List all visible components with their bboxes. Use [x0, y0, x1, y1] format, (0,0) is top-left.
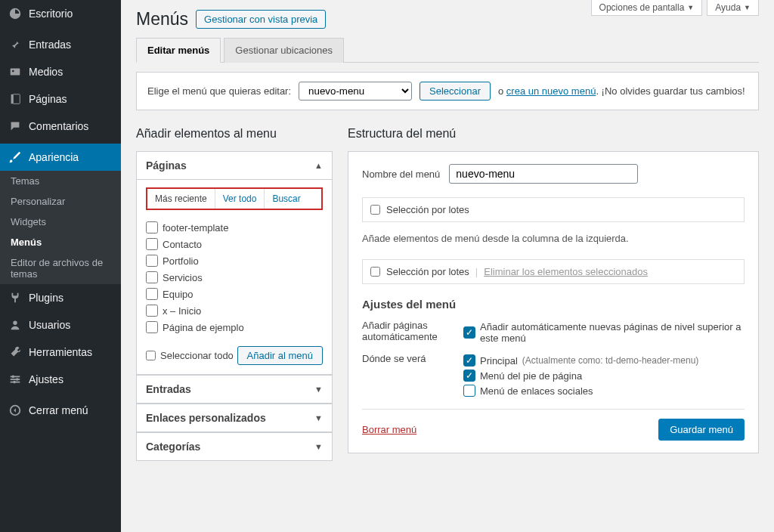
- bulk-select-box-top: Selección por lotes: [362, 197, 745, 222]
- tab-edit-menus[interactable]: Editar menús: [136, 38, 221, 63]
- tab-most-recent[interactable]: Más reciente: [147, 189, 215, 209]
- media-icon: [8, 64, 23, 79]
- sidebar-label: Páginas: [29, 93, 67, 105]
- menu-settings-heading: Ajustes del menú: [362, 298, 745, 311]
- wrench-icon: [8, 345, 23, 360]
- sidebar-item-users[interactable]: Usuarios: [0, 311, 121, 339]
- location-social-checkbox[interactable]: [463, 385, 475, 397]
- sidebar-item-comments[interactable]: Comentarios: [0, 113, 121, 140]
- postbox-pages-title: Páginas: [146, 159, 187, 172]
- page-checkbox[interactable]: [146, 305, 158, 317]
- postbox-posts-toggle[interactable]: Entradas ▼: [137, 376, 332, 403]
- tab-manage-locations[interactable]: Gestionar ubicaciones: [224, 38, 344, 63]
- svg-rect-3: [13, 94, 20, 104]
- screen-options-tab[interactable]: Opciones de pantalla ▼: [591, 0, 703, 16]
- bulk-select-checkbox[interactable]: [370, 267, 380, 277]
- sidebar-label: Apariencia: [29, 151, 79, 163]
- sidebar-item-pages[interactable]: Páginas: [0, 85, 121, 113]
- sidebar-label: Comentarios: [29, 120, 88, 132]
- select-all-checkbox[interactable]: [146, 351, 156, 360]
- or-text: o: [498, 85, 503, 97]
- pages-filter-tabs: Más reciente Ver todo Buscar: [146, 187, 323, 210]
- help-tab[interactable]: Ayuda ▼: [707, 0, 759, 16]
- create-menu-link[interactable]: crea un nuevo menú: [506, 85, 596, 97]
- help-label: Ayuda: [715, 2, 741, 13]
- sidebar-label: Ajustes: [29, 373, 63, 385]
- page-checkbox[interactable]: [146, 288, 158, 300]
- postbox-categories-title: Categorías: [146, 441, 200, 453]
- location-main-checkbox[interactable]: ✓: [463, 354, 475, 367]
- location-social-label: Menú de enlaces sociales: [480, 385, 593, 397]
- pin-icon: [8, 37, 23, 52]
- comment-icon: [8, 119, 23, 134]
- submenu-menus[interactable]: Menús: [0, 232, 121, 252]
- preview-manage-button[interactable]: Gestionar con vista previa: [196, 10, 326, 29]
- location-footer-checkbox[interactable]: ✓: [463, 370, 475, 382]
- chevron-down-icon: ▼: [314, 413, 323, 422]
- add-items-heading: Añadir elementos al menu: [136, 127, 333, 141]
- postbox-pages-toggle[interactable]: Páginas ▲: [137, 152, 332, 180]
- chevron-down-icon: ▼: [687, 4, 694, 11]
- page-item-label: x – Inicio: [163, 305, 201, 317]
- page-checkbox[interactable]: [146, 271, 158, 283]
- sidebar-label: Herramientas: [29, 346, 92, 358]
- menu-select-bar: Elige el menú que quieras editar: nuevo-…: [136, 72, 759, 110]
- sidebar-label: Medios: [29, 66, 63, 78]
- page-item-label: Equipo: [163, 289, 193, 300]
- pages-list: footer-template Contacto Portfolio Servi…: [146, 219, 323, 336]
- display-location-label: Dónde se verá: [362, 353, 445, 398]
- chevron-down-icon: ▼: [744, 4, 751, 11]
- sidebar-item-plugins[interactable]: Plugins: [0, 284, 121, 311]
- sidebar-item-settings[interactable]: Ajustes: [0, 366, 121, 393]
- sidebar-item-appearance[interactable]: Apariencia: [0, 144, 121, 171]
- postbox-categories-toggle[interactable]: Categorías ▼: [137, 433, 332, 460]
- dashboard-icon: [8, 6, 23, 21]
- submenu-widgets[interactable]: Widgets: [0, 212, 121, 232]
- svg-point-10: [13, 381, 16, 384]
- select-menu-button[interactable]: Seleccionar: [420, 82, 491, 101]
- menu-select[interactable]: nuevo-menu: [299, 82, 412, 101]
- structure-heading: Estructura del menú: [348, 127, 759, 141]
- tab-view-all[interactable]: Ver todo: [215, 189, 265, 209]
- submenu-themes[interactable]: Temas: [0, 171, 121, 191]
- bulk-select-checkbox[interactable]: [370, 205, 380, 215]
- submenu-theme-editor[interactable]: Editor de archivos de temas: [0, 252, 121, 284]
- postbox-custom-links: Enlaces personalizados ▼: [136, 404, 333, 432]
- page-title-text: Menús: [136, 9, 188, 29]
- submenu-customize[interactable]: Personalizar: [0, 191, 121, 212]
- page-checkbox[interactable]: [146, 221, 158, 234]
- svg-rect-0: [11, 69, 20, 76]
- chevron-down-icon: ▼: [314, 385, 323, 394]
- sidebar-item-dashboard[interactable]: Escritorio: [0, 0, 121, 27]
- user-icon: [8, 317, 23, 332]
- svg-point-4: [13, 321, 17, 325]
- select-all-label: Seleccionar todo: [160, 350, 234, 361]
- sidebar-item-tools[interactable]: Herramientas: [0, 339, 121, 366]
- menu-name-label: Nombre del menú: [362, 169, 440, 180]
- plug-icon: [8, 290, 23, 305]
- page-checkbox[interactable]: [146, 255, 158, 267]
- page-checkbox[interactable]: [146, 238, 158, 250]
- auto-add-checkbox[interactable]: ✓: [463, 326, 475, 339]
- svg-point-9: [16, 378, 19, 381]
- remove-selected-link[interactable]: Eliminar los elementos seleccionados: [484, 266, 648, 277]
- postbox-custom-links-toggle[interactable]: Enlaces personalizados ▼: [137, 404, 332, 431]
- menu-name-input[interactable]: [449, 164, 638, 184]
- main-content: Opciones de pantalla ▼ Ayuda ▼ Menús Ges…: [121, 0, 774, 532]
- sidebar-item-media[interactable]: Medios: [0, 58, 121, 85]
- tab-search[interactable]: Buscar: [265, 189, 308, 209]
- add-to-menu-button[interactable]: Añadir al menú: [237, 346, 323, 365]
- sidebar-label: Entradas: [29, 39, 71, 51]
- sidebar-label: Plugins: [29, 292, 63, 304]
- sidebar-item-collapse[interactable]: Cerrar menú: [0, 397, 121, 424]
- bulk-select-box-bottom: Selección por lotes | Eliminar los eleme…: [362, 259, 745, 284]
- page-checkbox[interactable]: [146, 321, 158, 333]
- save-menu-button[interactable]: Guardar menú: [658, 419, 745, 441]
- sidebar-item-posts[interactable]: Entradas: [0, 31, 121, 58]
- location-footer-label: Menú del pie de página: [480, 370, 582, 382]
- bulk-select-label: Selección por lotes: [386, 266, 469, 277]
- page-item-label: Portfolio: [163, 255, 199, 267]
- delete-menu-link[interactable]: Borrar menú: [362, 424, 416, 435]
- svg-point-8: [12, 376, 15, 379]
- menu-structure-panel: Nombre del menú Selección por lotes Añad…: [348, 151, 759, 453]
